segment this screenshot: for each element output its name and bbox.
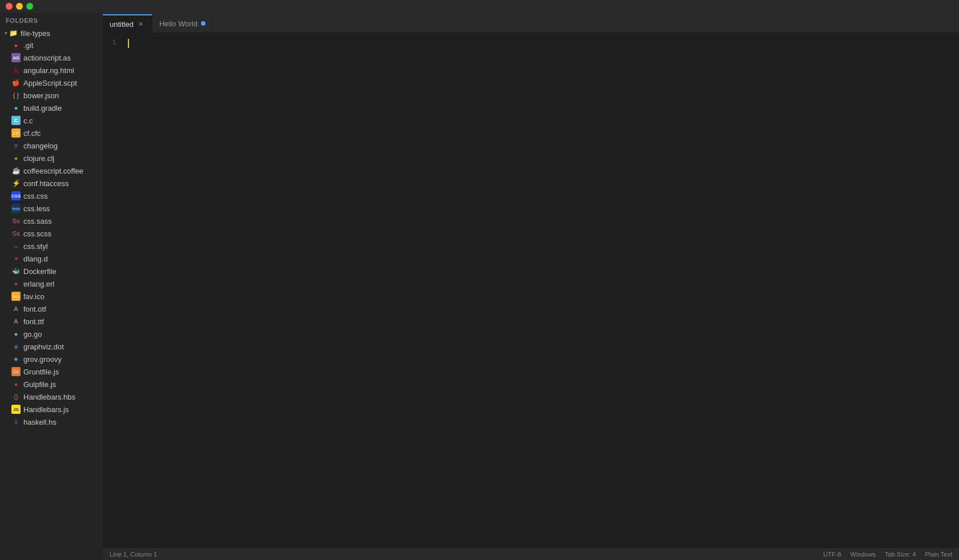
file-item[interactable]: AS actionscript.as xyxy=(0,51,103,64)
file-item[interactable]: less css.less xyxy=(0,202,103,215)
folder-icon: 📁 xyxy=(9,29,18,38)
file-item[interactable]: ico fav.ico xyxy=(0,290,103,303)
scss-icon: Ss xyxy=(11,229,21,238)
js-icon: JS xyxy=(11,405,21,414)
file-label: css.sass xyxy=(23,217,52,225)
code-line-1 xyxy=(126,37,959,49)
json-icon: { } xyxy=(11,91,21,100)
file-item[interactable]: ◈ graphviz.dot xyxy=(0,340,103,353)
editor-content[interactable]: 1 xyxy=(103,33,959,547)
tab-hello-world[interactable]: Hello World xyxy=(152,14,213,33)
minimize-button[interactable] xyxy=(16,3,23,10)
file-label: grov.groovy xyxy=(23,355,62,364)
hs-icon: λ xyxy=(11,417,21,426)
file-item[interactable]: ● clojure.clj xyxy=(0,152,103,164)
cf-icon: CF xyxy=(11,128,21,138)
file-label: go.go xyxy=(23,330,42,339)
status-right: UTF-8 Windows Tab Size: 4 Plain Text xyxy=(823,551,952,558)
code-area[interactable] xyxy=(126,33,959,547)
go-icon: ● xyxy=(11,329,21,339)
titlebar xyxy=(0,0,959,13)
clj-icon: ● xyxy=(11,154,21,163)
folders-header: Folders xyxy=(0,13,103,27)
file-item[interactable]: ⚡ conf.htaccess xyxy=(0,177,103,190)
file-label: c.c xyxy=(23,116,33,125)
file-label: clojure.clj xyxy=(23,154,54,163)
d-icon: ✦ xyxy=(11,254,21,263)
tab-label: Hello World xyxy=(159,19,198,28)
tab-untitled[interactable]: untitled ✕ xyxy=(103,14,152,33)
file-item[interactable]: ✦ dlang.d xyxy=(0,252,103,265)
maximize-button[interactable] xyxy=(26,3,33,10)
grunt-icon: Gr xyxy=(11,367,21,376)
folder-file-types[interactable]: ▾ 📁 file-types xyxy=(0,27,103,39)
file-item[interactable]: -- css.styl xyxy=(0,240,103,252)
file-item[interactable]: ● erlang.erl xyxy=(0,277,103,290)
file-label: css.css xyxy=(23,192,48,200)
line-endings-label[interactable]: Windows xyxy=(850,551,876,558)
file-item[interactable]: Ss css.sass xyxy=(0,215,103,227)
gulp-icon: ● xyxy=(11,380,21,389)
file-label: Handlebars.js xyxy=(23,405,69,414)
file-item[interactable]: C c.c xyxy=(0,114,103,127)
file-label: .git xyxy=(23,41,33,50)
syntax-label[interactable]: Plain Text xyxy=(925,551,953,558)
line-numbers: 1 xyxy=(103,33,126,547)
text-cursor xyxy=(128,39,129,48)
file-item[interactable]: 🍎 AppleScript.scpt xyxy=(0,76,103,89)
tab-label: untitled xyxy=(110,20,134,29)
file-label: haskell.hs xyxy=(23,418,57,426)
htaccess-icon: ⚡ xyxy=(11,179,21,188)
apple-icon: 🍎 xyxy=(11,78,21,87)
file-item[interactable]: A font.ttf xyxy=(0,315,103,328)
status-left: Line 1, Column 1 xyxy=(110,551,157,558)
as-icon: AS xyxy=(11,53,21,62)
file-item[interactable]: λ haskell.hs xyxy=(0,416,103,428)
file-item[interactable]: ≡ changelog xyxy=(0,139,103,152)
file-label: conf.htaccess xyxy=(23,179,69,188)
tab-close-button[interactable]: ✕ xyxy=(137,20,145,28)
file-label: Gruntfile.js xyxy=(23,368,59,376)
file-item[interactable]: Gr Gruntfile.js xyxy=(0,365,103,378)
file-item[interactable]: A angular.ng.html xyxy=(0,64,103,76)
file-item[interactable]: { } bower.json xyxy=(0,89,103,102)
file-item[interactable]: JS Handlebars.js xyxy=(0,403,103,416)
file-item[interactable]: CSS css.css xyxy=(0,190,103,202)
file-label: actionscript.as xyxy=(23,54,71,62)
gradle-icon: ● xyxy=(11,103,21,112)
file-item[interactable]: ● .git xyxy=(0,39,103,51)
file-label: build.gradle xyxy=(23,104,62,112)
file-label: coffeescript.coffee xyxy=(23,167,83,175)
file-item[interactable]: ★ grov.groovy xyxy=(0,353,103,365)
file-item[interactable]: ● build.gradle xyxy=(0,102,103,114)
line-number-1: 1 xyxy=(103,37,121,49)
groovy-icon: ★ xyxy=(11,354,21,364)
font-ttf-icon: A xyxy=(11,317,21,326)
file-item[interactable]: A font.otf xyxy=(0,303,103,315)
cursor-position: Line 1, Column 1 xyxy=(110,551,157,558)
main-layout: Folders ▾ 📁 file-types ● .git AS actions… xyxy=(0,13,959,560)
file-item[interactable]: CF cf.cfc xyxy=(0,127,103,139)
file-label: Handlebars.hbs xyxy=(23,393,75,401)
file-label: angular.ng.html xyxy=(23,66,74,75)
tab-size-label[interactable]: Tab Size: 4 xyxy=(885,551,916,558)
file-label: css.less xyxy=(23,204,50,213)
ico-icon: ico xyxy=(11,292,21,301)
file-item[interactable]: ☕ coffeescript.coffee xyxy=(0,164,103,177)
angular-icon: A xyxy=(11,66,21,75)
file-label: graphviz.dot xyxy=(23,343,64,351)
file-label: Gulpfile.js xyxy=(23,380,56,389)
file-item[interactable]: Ss css.scss xyxy=(0,227,103,240)
file-item[interactable]: ● go.go xyxy=(0,328,103,340)
c-icon: C xyxy=(11,116,21,125)
close-button[interactable] xyxy=(6,3,13,10)
file-item[interactable]: {} Handlebars.hbs xyxy=(0,390,103,403)
docker-icon: 🐳 xyxy=(11,267,21,276)
traffic-lights xyxy=(6,3,33,10)
file-item[interactable]: ● Gulpfile.js xyxy=(0,378,103,390)
git-icon: ● xyxy=(11,41,21,50)
folder-label: file-types xyxy=(21,29,50,38)
file-label: AppleScript.scpt xyxy=(23,79,77,87)
file-item[interactable]: 🐳 Dockerfile xyxy=(0,265,103,277)
encoding-label[interactable]: UTF-8 xyxy=(823,551,841,558)
